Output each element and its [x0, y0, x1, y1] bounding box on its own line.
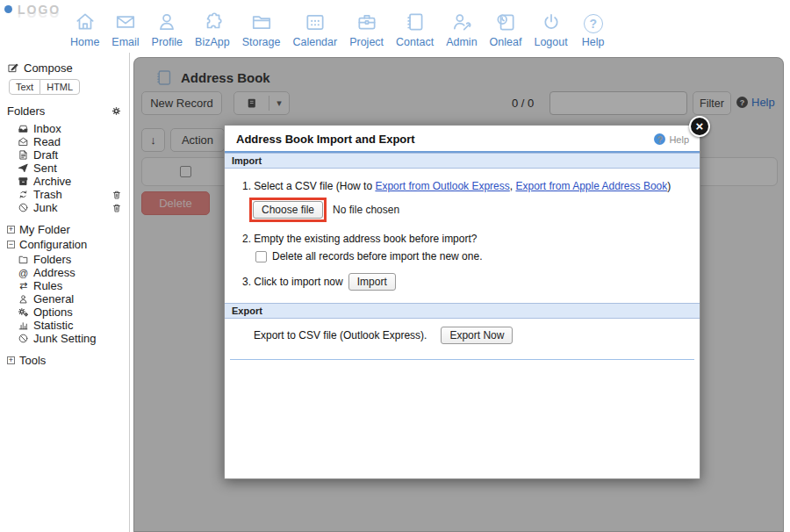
- trash-can-icon[interactable]: [111, 190, 122, 200]
- sidebar-item-config-junk-setting[interactable]: Junk Setting: [7, 332, 124, 345]
- sidebar-item-junk[interactable]: Junk: [7, 201, 124, 214]
- import-step-1: 1. Select a CSV file (How to Export from…: [242, 180, 689, 192]
- delete-records-checkbox[interactable]: [255, 251, 267, 262]
- sidebar-item-config-statistic[interactable]: Statistic: [7, 319, 124, 332]
- nav-item-logout[interactable]: Logout: [534, 10, 567, 48]
- clock-page-icon: [494, 10, 517, 33]
- compose-icon: [7, 61, 19, 74]
- expand-icon[interactable]: +: [7, 356, 15, 364]
- import-step-3: 3. Click to import now Import: [242, 273, 689, 291]
- folder-label: Sent: [33, 162, 57, 175]
- folder-label: Junk: [33, 201, 57, 214]
- divider: [230, 359, 694, 360]
- sidebar-item-my-folder[interactable]: + My Folder: [7, 223, 124, 236]
- folder-label: Draft: [33, 148, 58, 162]
- help-icon: ?: [584, 10, 603, 33]
- export-now-button[interactable]: Export Now: [441, 327, 513, 344]
- config-label: Options: [33, 306, 73, 319]
- folder-icon: [18, 254, 29, 265]
- sidebar-item-config-rules[interactable]: ⇄ Rules: [7, 279, 124, 292]
- config-label: Address: [33, 266, 75, 279]
- at-icon: @: [18, 268, 29, 278]
- tree-label: Tools: [19, 354, 46, 367]
- sidebar-item-tools[interactable]: + Tools: [7, 354, 124, 367]
- folders-header: Folders: [7, 104, 124, 118]
- nav-item-calendar[interactable]: Calendar: [292, 10, 337, 48]
- nav-item-profile[interactable]: Profile: [152, 10, 183, 48]
- nav-item-storage[interactable]: Storage: [242, 10, 281, 48]
- config-label: Statistic: [33, 319, 74, 332]
- tree-label: My Folder: [19, 223, 70, 236]
- step3-text: 3. Click to import now: [242, 276, 343, 288]
- highlight-box: Choose file: [249, 198, 327, 222]
- sidebar-item-archive[interactable]: Archive: [7, 175, 124, 188]
- nav-label: Project: [349, 36, 384, 48]
- sidebar-item-config-folders[interactable]: Folders: [7, 253, 124, 266]
- person-icon: [18, 293, 29, 305]
- expand-icon[interactable]: +: [7, 226, 15, 234]
- sidebar-item-draft[interactable]: Draft: [7, 148, 124, 162]
- close-icon[interactable]: ×: [689, 116, 710, 137]
- nav-label: Help: [582, 36, 605, 48]
- nav-items: Home Email Profile BizApp Storage Calend…: [70, 10, 607, 48]
- power-icon: [540, 10, 563, 33]
- nav-item-bizapp[interactable]: BizApp: [195, 10, 230, 48]
- nav-item-onleaf[interactable]: Onleaf: [490, 10, 522, 48]
- folders-header-label: Folders: [7, 104, 45, 118]
- email-icon: [114, 10, 137, 33]
- nav-label: Onleaf: [490, 36, 522, 48]
- help-icon: ?: [654, 133, 665, 145]
- apple-export-link[interactable]: Export from Apple Address Book: [515, 180, 667, 192]
- outlook-export-link[interactable]: Export from Outlook Express: [375, 180, 509, 192]
- nav-label: Storage: [242, 36, 281, 48]
- format-toggle: Text HTML: [9, 79, 80, 95]
- nav-item-admin[interactable]: Admin: [446, 10, 477, 48]
- compose-label: Compose: [24, 61, 73, 75]
- sidebar-item-configuration[interactable]: − Configuration: [7, 238, 124, 251]
- nav-label: Email: [111, 36, 139, 48]
- sidebar-item-config-general[interactable]: General: [7, 292, 124, 306]
- folder-icon: [250, 10, 273, 33]
- folder-label: Trash: [33, 188, 62, 201]
- html-format-button[interactable]: HTML: [40, 79, 80, 95]
- folder-label: Read: [33, 135, 61, 148]
- dialog-title: Address Book Import and Export: [236, 133, 415, 146]
- paper-plane-icon: [18, 162, 29, 174]
- nav-item-home[interactable]: Home: [70, 10, 99, 48]
- sidebar-item-config-options[interactable]: Options: [7, 306, 124, 319]
- nav-item-project[interactable]: Project: [349, 10, 384, 48]
- compose-button[interactable]: Compose: [7, 60, 124, 75]
- sidebar-item-inbox[interactable]: Inbox: [7, 122, 124, 135]
- top-navigation: LOGO LOGO Home Email Profile BizApp Stor…: [0, 0, 790, 53]
- admin-key-icon: [450, 10, 473, 33]
- folder-label: Archive: [33, 175, 71, 188]
- sidebar-item-sent[interactable]: Sent: [7, 162, 124, 175]
- block-icon: [18, 202, 29, 213]
- nav-item-contact[interactable]: Contact: [396, 10, 434, 48]
- dialog-header: Address Book Import and Export ? Help: [225, 126, 700, 153]
- choose-file-button[interactable]: Choose file: [253, 201, 323, 219]
- nav-item-help[interactable]: ? Help: [580, 10, 607, 48]
- sidebar-item-config-address[interactable]: @ Address: [7, 266, 124, 279]
- trash-can-icon[interactable]: [111, 203, 122, 213]
- step1-suffix: ): [667, 180, 671, 192]
- open-envelope-icon: [18, 136, 29, 147]
- gear-icon[interactable]: [111, 105, 122, 117]
- document-icon: [18, 149, 29, 161]
- home-icon: [74, 10, 97, 33]
- collapse-icon[interactable]: −: [7, 241, 15, 248]
- inbox-icon: [18, 123, 29, 134]
- delete-records-row: Delete all records before import the new…: [255, 250, 689, 262]
- import-section-header: Import: [225, 153, 700, 169]
- import-button[interactable]: Import: [348, 273, 396, 291]
- nav-item-email[interactable]: Email: [111, 10, 139, 48]
- logo-reflection: LOGO: [18, 12, 61, 20]
- text-format-button[interactable]: Text: [9, 79, 40, 95]
- dialog-help-link[interactable]: ? Help: [654, 133, 689, 145]
- sidebar: Compose Text HTML Folders Inbox Read Dra…: [0, 53, 130, 532]
- briefcase-icon: [356, 10, 378, 33]
- sidebar-item-trash[interactable]: Trash: [7, 188, 124, 201]
- no-file-chosen-text: No file chosen: [333, 204, 399, 216]
- sidebar-item-read[interactable]: Read: [7, 135, 124, 148]
- config-label: Junk Setting: [33, 332, 97, 345]
